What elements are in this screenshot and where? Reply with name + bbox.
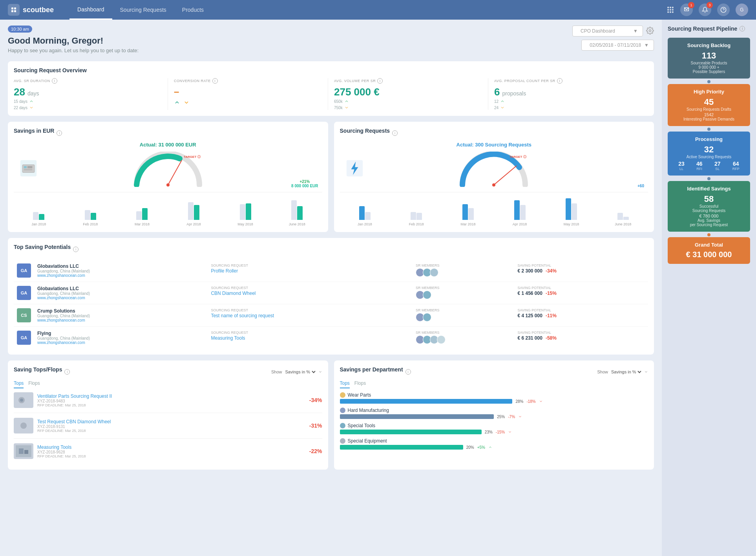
company-location-1: Guangdong, China (Mainland) <box>37 269 205 273</box>
sr-members-3 <box>416 313 511 322</box>
tab-dept-flops[interactable]: Flops <box>354 380 366 388</box>
company-avatar-1: GA <box>17 263 31 278</box>
savings-dept-card: Savings per Department i Show Savings in… <box>334 360 654 470</box>
dept-icon-2 <box>340 408 345 413</box>
company-avatar-4: GA <box>17 331 31 345</box>
info-icon-top-saving[interactable]: i <box>73 247 79 252</box>
dept-tabs: Tops Flops <box>340 380 648 388</box>
messages-icon[interactable]: 1 <box>680 4 693 16</box>
stage-backlog-sub2: 9 000 000 + <box>672 65 745 70</box>
dept-show-select[interactable]: Savings in % <box>610 369 643 375</box>
savings-icon <box>20 159 37 177</box>
greeting-section: 10:30 am Good Morning, Gregor! Happy to … <box>8 26 654 53</box>
dept-trend-3 <box>508 430 512 434</box>
tab-flops[interactable]: Flops <box>28 380 40 388</box>
overview-card-duration: AVG. SR DURATION i 28 days 15 days 22 da… <box>14 78 168 110</box>
connector-4 <box>668 233 750 236</box>
info-icon-dept[interactable]: i <box>405 369 411 375</box>
pipeline-stage-high[interactable]: High Priority 45 Sourcing Requests Draft… <box>668 84 750 126</box>
stage-processing-label: Processing <box>672 136 745 142</box>
svg-rect-36 <box>24 450 28 454</box>
tab-dept-tops[interactable]: Tops <box>340 380 350 388</box>
svg-rect-35 <box>19 448 24 454</box>
user-avatar[interactable]: G <box>736 4 748 16</box>
info-icon-pipeline[interactable]: i <box>740 26 745 31</box>
company-url-4[interactable]: www.zhongshanocean.com <box>37 340 205 345</box>
svg-rect-1 <box>14 7 16 9</box>
sr-bar-jun: June 2018 <box>598 196 648 226</box>
item-name-2[interactable]: Test Request CBN Diamond Wheel <box>37 419 305 424</box>
pipeline-stage-savings[interactable]: Identified Savings 58 Successful Sourcin… <box>668 181 750 232</box>
info-icon-sourcing[interactable]: i <box>392 130 398 136</box>
charts-row: Savings in EUR i Actual: 31 000 000 EUR … <box>8 122 654 232</box>
apps-icon[interactable] <box>667 6 674 14</box>
overview-card-proposals: AVG. PROPOSAL COUNT PER SR i 6 proposals… <box>494 78 648 110</box>
pipeline-stage-backlog[interactable]: Sourcing Backlog 113 Sourceable Products… <box>668 38 750 79</box>
sr-link-3[interactable]: Test name of sourcing request <box>211 313 409 318</box>
date-range-select[interactable]: 02/05/2018 - 07/11/2018 ▼ <box>581 40 654 51</box>
connector-3 <box>668 177 750 180</box>
item-pct-3: -22% <box>309 448 322 454</box>
settings-icon[interactable] <box>646 27 654 36</box>
savings-actual-label: Actual: 31 000 000 EUR <box>14 142 322 148</box>
nav-products[interactable]: Products <box>174 0 212 20</box>
dept-name-4: Special Equipment <box>348 438 387 444</box>
tab-tops[interactable]: Tops <box>14 380 24 388</box>
dept-item-3: Special Tools 23% -15% <box>340 423 648 434</box>
help-icon[interactable] <box>717 4 730 16</box>
sourcing-highlight: +60 <box>637 184 644 188</box>
info-icon-savings[interactable]: i <box>57 130 62 136</box>
tops-show-select[interactable]: Savings in % <box>284 369 317 375</box>
dept-name-1: Wear Parts <box>348 392 371 398</box>
info-icon-tops[interactable]: i <box>64 369 70 375</box>
duration-meta: 15 days 22 days <box>14 98 162 110</box>
pipeline-stage-processing[interactable]: Processing 32 Active Sourcing Requests 2… <box>668 132 750 176</box>
bar-feb-teal <box>91 213 96 220</box>
dashboard-select[interactable]: CPO Dashboard ▼ <box>572 26 643 37</box>
conversion-trend-down <box>183 99 190 106</box>
bar-jun-gray <box>291 200 297 220</box>
info-icon-duration[interactable]: i <box>52 78 57 84</box>
bar-mar: Mar 2018 <box>117 196 167 226</box>
info-icon-volume[interactable]: i <box>377 78 383 84</box>
stage-backlog-sub1: Sourceable Products <box>672 61 745 65</box>
savings-chart-title: Savings in EUR <box>14 128 54 134</box>
tops-tabs: Tops Flops <box>14 380 322 388</box>
nav-sourcing-requests[interactable]: Sourcing Requests <box>112 0 174 20</box>
info-icon-proposals[interactable]: i <box>557 78 562 84</box>
svg-line-24 <box>494 166 517 185</box>
bar-may-teal <box>246 203 251 220</box>
svg-point-11 <box>670 12 671 13</box>
company-name-1: Globaviations LLC <box>37 263 205 269</box>
notifications-icon[interactable]: 3 <box>699 4 711 16</box>
item-pct-1: -34% <box>309 397 322 403</box>
sr-link-1[interactable]: Profile Roller <box>211 268 409 274</box>
conversion-value: – <box>174 86 322 97</box>
sr-link-2[interactable]: CBN Diamond Wheel <box>211 291 409 296</box>
volume-value: 275 000 € <box>334 86 482 98</box>
item-name-1[interactable]: Ventilator Parts Sourcing Request II <box>37 393 305 399</box>
sr-link-4[interactable]: Measuring Tools <box>211 335 409 341</box>
item-name-3[interactable]: Measuring Tools <box>37 444 305 450</box>
svg-point-8 <box>670 9 671 11</box>
pipeline-stage-total[interactable]: Grand Total € 31 000 000 <box>668 237 750 264</box>
stage-high-sub2: 1542 <box>672 112 745 117</box>
svg-point-25 <box>492 183 495 187</box>
saving-row-4: GA Flying Guangdong, China (Mainland) ww… <box>14 327 648 349</box>
logo[interactable]: scoutbee <box>8 4 54 16</box>
company-name-4: Flying <box>37 331 205 336</box>
info-icon-conversion[interactable]: i <box>212 78 218 84</box>
svg-point-6 <box>672 7 674 8</box>
company-url-2[interactable]: www.zhongshanocean.com <box>37 296 205 300</box>
bar-may: May 2018 <box>220 196 270 226</box>
company-url-1[interactable]: www.zhongshanocean.com <box>37 273 205 278</box>
bar-jan: Jan 2018 <box>14 196 64 226</box>
dept-bar-4 <box>340 445 463 450</box>
stage-total-label: Grand Total <box>672 242 745 248</box>
stage-processing-nums: 23 LL 46 RFI 27 SL 64 RFP <box>672 161 745 171</box>
nav-dashboard[interactable]: Dashboard <box>69 0 112 20</box>
company-url-3[interactable]: www.zhongshanocean.com <box>37 318 205 322</box>
conversion-trend-up <box>174 99 180 106</box>
bar-mar-teal <box>142 208 148 220</box>
bar-apr-teal <box>194 205 199 220</box>
